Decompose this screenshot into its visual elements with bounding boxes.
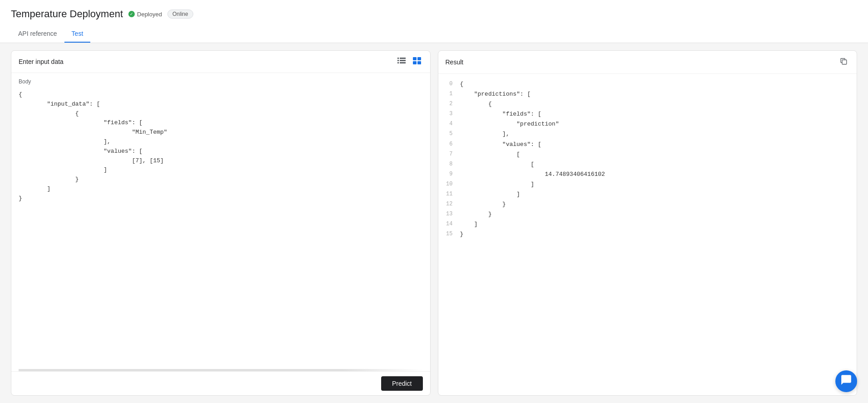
chat-icon [840,374,852,388]
line-number: 10 [442,180,453,189]
svg-rect-7 [417,57,421,60]
line-number: 3 [442,109,453,119]
table-row: 11 ] [442,189,853,199]
line-code: { [460,79,464,89]
line-code: [ [460,150,520,160]
line-number: 0 [442,79,453,89]
line-number: 11 [442,189,453,199]
table-row: 10 ] [442,180,853,189]
line-code: 14.74893406416102 [460,170,605,180]
table-row: 15} [442,229,853,239]
table-row: 3 "fields": [ [442,109,853,119]
svg-rect-1 [400,58,406,59]
line-code: "values": [ [460,140,541,150]
svg-rect-4 [397,62,399,63]
line-number: 14 [442,219,453,229]
body-label: Body [19,78,423,85]
svg-rect-10 [842,60,847,64]
line-code: "prediction" [460,119,559,129]
left-panel-title: Enter input data [19,58,64,65]
list-icon[interactable] [396,57,407,67]
page-title: Temperature Deployment [11,8,123,20]
svg-rect-6 [413,57,417,60]
line-code: } [460,199,506,209]
line-code: ] [460,180,535,189]
svg-rect-9 [417,61,421,64]
result-title: Result [446,58,464,66]
code-editor[interactable]: { "input_data": [ { "fields": [ "Min_Tem… [11,87,430,369]
line-code: } [460,209,492,219]
right-panel: Result 0{1 "predictions": [2 {3 "fields"… [438,50,858,396]
panel-footer: Predict [11,371,430,395]
line-code: ] [460,189,520,199]
line-code: ] [460,219,478,229]
online-badge: Online [167,10,193,19]
table-row: 14 ] [442,219,853,229]
svg-rect-0 [397,58,399,59]
table-row: 2 { [442,99,853,109]
header-top: Temperature Deployment Deployed Online [11,8,857,20]
deployed-badge: Deployed [128,11,162,18]
svg-rect-2 [397,60,399,61]
table-icon[interactable] [411,56,423,67]
page-wrapper: Temperature Deployment Deployed Online A… [0,0,868,403]
panel-icons [396,56,423,67]
svg-rect-3 [400,60,406,61]
line-code: { [460,99,492,109]
tabs: API reference Test [11,25,857,43]
line-number: 8 [442,160,453,170]
table-row: 4 "prediction" [442,119,853,129]
predict-button[interactable]: Predict [381,376,423,391]
line-number: 2 [442,99,453,109]
line-number: 15 [442,229,453,239]
table-row: 13 } [442,209,853,219]
chat-button[interactable] [835,370,857,392]
tab-test[interactable]: Test [64,25,91,43]
line-number: 13 [442,209,453,219]
header: Temperature Deployment Deployed Online A… [0,0,868,43]
body-section: Body [11,73,430,87]
main-content: Enter input data [0,43,868,403]
line-code: ], [460,129,510,139]
tab-api-reference[interactable]: API reference [11,25,64,43]
line-number: 1 [442,89,453,99]
left-panel-header: Enter input data [11,51,430,73]
table-row: 0{ [442,79,853,89]
line-number: 5 [442,129,453,139]
table-row: 9 14.74893406416102 [442,170,853,180]
line-code: "fields": [ [460,109,541,119]
table-row: 1 "predictions": [ [442,89,853,99]
deployed-dot-icon [128,11,135,17]
editor-area: { "input_data": [ { "fields": [ "Min_Tem… [11,87,430,369]
line-code: [ [460,160,535,170]
line-number: 6 [442,140,453,150]
svg-rect-5 [400,62,406,63]
deployed-label: Deployed [137,11,162,18]
table-row: 5 ], [442,129,853,139]
line-code: } [460,229,464,239]
table-row: 6 "values": [ [442,140,853,150]
line-number: 12 [442,199,453,209]
result-body: 0{1 "predictions": [2 {3 "fields": [4 "p… [438,74,857,395]
result-header: Result [438,51,857,74]
svg-rect-8 [413,61,417,64]
line-number: 9 [442,170,453,180]
table-row: 12 } [442,199,853,209]
table-row: 8 [ [442,160,853,170]
copy-icon[interactable] [838,56,849,68]
table-row: 7 [ [442,150,853,160]
line-number: 7 [442,150,453,160]
left-panel: Enter input data [11,50,431,396]
line-code: "predictions": [ [460,89,531,99]
line-number: 4 [442,119,453,129]
